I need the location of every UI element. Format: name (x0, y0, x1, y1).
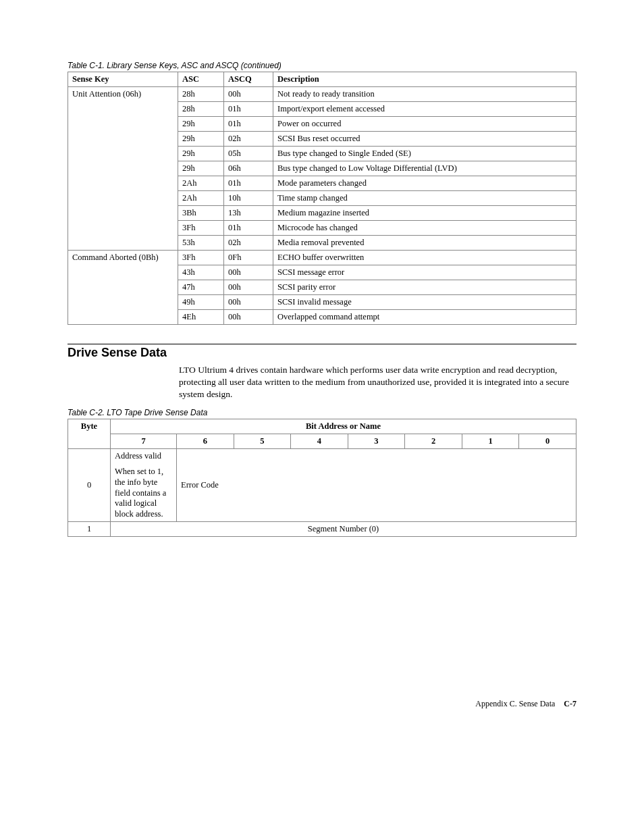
cell-desc: Bus type changed to Low Voltage Differen… (273, 161, 576, 176)
cell-desc: SCSI Bus reset occurred (273, 132, 576, 147)
table1-caption: Table C-1. Library Sense Keys, ASC and A… (68, 61, 576, 70)
table-row: 0 Address valid When set to 1, the info … (68, 448, 576, 522)
th-bit-address: Bit Address or Name (111, 419, 576, 434)
cell-byte: 1 (68, 522, 111, 537)
table2-header-row-1: Byte Bit Address or Name (68, 419, 576, 434)
cell-desc: Bus type changed to Single Ended (SE) (273, 147, 576, 161)
table2-header-row-2: 7 6 5 4 3 2 1 0 (68, 434, 576, 448)
cell-asc: 3Fh (178, 221, 224, 236)
cell-ascq: 10h (224, 191, 273, 206)
cell-desc: Microcode has changed (273, 221, 576, 236)
table1: Sense Key ASC ASCQ Description Unit Atte… (68, 72, 576, 325)
cell-desc: Time stamp changed (273, 191, 576, 206)
cell-desc: Mode parameters changed (273, 176, 576, 191)
cell-ascq: 00h (224, 87, 273, 102)
cell-asc: 28h (178, 102, 224, 117)
cell-asc: 2Ah (178, 176, 224, 191)
cell-ascq: 00h (224, 280, 273, 295)
cell-desc: SCSI message error (273, 265, 576, 280)
cell-ascq: 02h (224, 236, 273, 251)
cell-ascq: 00h (224, 295, 273, 310)
cell-ascq: 01h (224, 221, 273, 236)
cell-asc: 29h (178, 132, 224, 147)
th-bit7: 7 (111, 434, 177, 448)
cell-asc: 43h (178, 265, 224, 280)
cell-desc: Power on occurred (273, 117, 576, 132)
cell-ascq: 00h (224, 265, 273, 280)
cell-ascq: 01h (224, 117, 273, 132)
th-bit4: 4 (291, 434, 348, 448)
cell-sense-key: Unit Attention (06h) (68, 87, 178, 251)
cell-ascq: 05h (224, 147, 273, 161)
cell-desc: ECHO buffer overwritten (273, 251, 576, 265)
cell-ascq: 0Fh (224, 251, 273, 265)
cell-asc: 47h (178, 280, 224, 295)
th-asc: ASC (178, 72, 224, 87)
cell-ascq: 13h (224, 206, 273, 221)
table2-caption: Table C-2. LTO Tape Drive Sense Data (68, 408, 576, 417)
table-row: Command Aborted (0Bh) 3Fh 0Fh ECHO buffe… (68, 251, 576, 265)
page-footer: Appendix C. Sense Data C-7 (68, 699, 576, 709)
address-valid-label: Address valid (115, 451, 172, 462)
cell-byte: 0 (68, 448, 111, 522)
th-byte: Byte (68, 419, 111, 448)
cell-asc: 29h (178, 117, 224, 132)
cell-asc: 3Fh (178, 251, 224, 265)
cell-asc: 2Ah (178, 191, 224, 206)
th-sense-key: Sense Key (68, 72, 178, 87)
cell-desc: Import/export element accessed (273, 102, 576, 117)
cell-desc: SCSI invalid message (273, 295, 576, 310)
cell-error-code: Error Code (177, 448, 576, 522)
th-bit5: 5 (234, 434, 291, 448)
address-valid-desc: When set to 1, the info byte field conta… (115, 467, 172, 519)
table1-header-row: Sense Key ASC ASCQ Description (68, 72, 576, 87)
cell-segment-number: Segment Number (0) (111, 522, 576, 537)
cell-ascq: 01h (224, 176, 273, 191)
section-body: LTO Ultrium 4 drives contain hardware wh… (179, 364, 576, 401)
th-bit2: 2 (405, 434, 462, 448)
cell-asc: 53h (178, 236, 224, 251)
section-rule (68, 344, 576, 344)
th-bit1: 1 (462, 434, 519, 448)
cell-ascq: 00h (224, 310, 273, 325)
cell-bit7-desc: Address valid When set to 1, the info by… (111, 448, 177, 522)
cell-asc: 28h (178, 87, 224, 102)
cell-ascq: 02h (224, 132, 273, 147)
th-ascq: ASCQ (224, 72, 273, 87)
th-bit0: 0 (519, 434, 576, 448)
table-row: 1 Segment Number (0) (68, 522, 576, 537)
cell-desc: SCSI parity error (273, 280, 576, 295)
cell-sense-key: Command Aborted (0Bh) (68, 251, 178, 325)
cell-desc: Media removal prevented (273, 236, 576, 251)
cell-desc: Not ready to ready transition (273, 87, 576, 102)
cell-desc: Overlapped command attempt (273, 310, 576, 325)
cell-asc: 49h (178, 295, 224, 310)
cell-desc: Medium magazine inserted (273, 206, 576, 221)
cell-asc: 29h (178, 147, 224, 161)
section-heading: Drive Sense Data (68, 346, 576, 360)
th-description: Description (273, 72, 576, 87)
cell-asc: 4Eh (178, 310, 224, 325)
cell-asc: 29h (178, 161, 224, 176)
th-bit6: 6 (177, 434, 234, 448)
cell-asc: 3Bh (178, 206, 224, 221)
footer-text: Appendix C. Sense Data (475, 699, 555, 708)
table-row: Unit Attention (06h) 28h 00h Not ready t… (68, 87, 576, 102)
th-bit3: 3 (348, 434, 405, 448)
cell-ascq: 06h (224, 161, 273, 176)
table2: Byte Bit Address or Name 7 6 5 4 3 2 1 0… (68, 419, 576, 538)
footer-page: C-7 (564, 699, 576, 708)
cell-ascq: 01h (224, 102, 273, 117)
